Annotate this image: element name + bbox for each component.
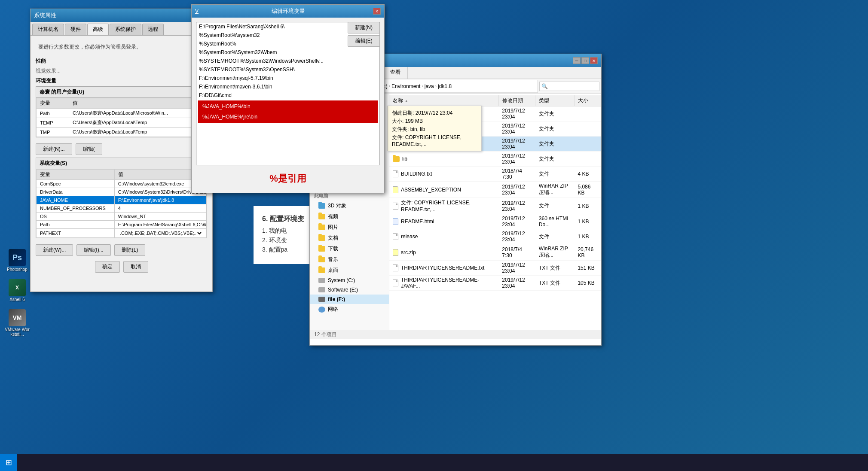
user-var-name: TEMP (37, 118, 69, 128)
pathext-select[interactable]: .COM;.EXE;.BAT;.CMD;.VBS;.VBE;.JS;.JSE;.… (118, 230, 203, 236)
sidebar-item-network[interactable]: 网络 (310, 304, 389, 315)
sys-props-tabs: 计算机名 硬件 高级 系统保护 远程 (31, 22, 212, 36)
path-item[interactable]: %SYSTEMROOT%\System32\WindowsPowerShellv… (196, 57, 379, 65)
file-name-cell: BUILDING.txt (389, 167, 498, 182)
table-row[interactable]: TEMP C:\Users\秦寰\AppData\Local\Temp (37, 118, 207, 128)
user-var-value: C:\Users\秦寰\AppData\Local\Microsoft\Win.… (69, 109, 207, 118)
sidebar-item-music[interactable]: 音乐 (310, 254, 389, 265)
file-size (574, 122, 601, 137)
col-size[interactable]: 大小 (574, 95, 601, 106)
table-row[interactable]: Path E:\Program Files\NetSarang\Xshell 6… (37, 221, 207, 229)
table-row[interactable]: Path C:\Users\秦寰\AppData\Local\Microsoft… (37, 109, 207, 118)
sidebar-item-video[interactable]: 视频 (310, 211, 389, 222)
start-button[interactable]: ⊞ (0, 454, 17, 471)
sidebar-item-downloads2[interactable]: 下载 (310, 243, 389, 254)
env-edit-close-btn[interactable]: × (373, 8, 381, 15)
sidebar-item-drive-c[interactable]: System (C:) (310, 276, 389, 285)
sidebar-item-drive-e[interactable]: Software (E:) (310, 285, 389, 295)
sidebar-item-3d[interactable]: 3D 对象 (310, 201, 389, 211)
tooltip-size-label: 大小: (392, 118, 403, 124)
table-row[interactable]: THIRDPARTYLICENSEREADME.txt 2019/7/12 23… (389, 261, 601, 276)
user-var-col2: 值 (69, 98, 207, 109)
sys-props-cancel-btn[interactable]: 取消 (123, 261, 148, 273)
tab-remote[interactable]: 远程 (142, 24, 164, 35)
generic-file-icon (393, 170, 398, 177)
table-row[interactable]: ComSpec C:\Windows\system32\cmd.exe (37, 180, 207, 188)
sys-del-btn[interactable]: 删除(L) (114, 244, 146, 256)
user-edit-btn[interactable]: 编辑( (76, 143, 102, 155)
desktop-icon-vmware[interactable]: VM VMware Workstati... (4, 309, 30, 337)
file-name-cell: THIRDPARTYLICENSEREADME.txt (389, 261, 498, 276)
col-name[interactable]: 名称 ▲ (389, 95, 498, 106)
table-row[interactable]: THIRDPARTYLICENSEREADME-JAVAF... 2019/7/… (389, 276, 601, 291)
table-row[interactable]: ASSEMBLY_EXCEPTION 2019/7/12 23:04 WinRA… (389, 182, 601, 198)
sys-edit-btn[interactable]: 编辑(I)... (76, 244, 110, 256)
env-percent-note: %是引用 (196, 169, 380, 188)
path-item[interactable]: F:\DD\Git\cmd (196, 91, 379, 100)
table-row[interactable]: NUMBER_OF_PROCESSORS 4 (37, 204, 207, 213)
env-edit-btn[interactable]: 编辑(E) (348, 35, 380, 47)
tab-advanced[interactable]: 高级 (87, 24, 109, 35)
desktop-icon-photoshop[interactable]: Ps Photoshop (4, 249, 30, 272)
col-date[interactable]: 修改日期 (498, 95, 535, 106)
explorer-close-btn[interactable]: ✕ (590, 57, 598, 64)
explorer-max-btn[interactable]: □ (581, 57, 589, 64)
status-text: 12 个项目 (314, 331, 337, 338)
table-row[interactable]: lib 2019/7/12 23:04 文件夹 (389, 152, 601, 167)
path-item-java-home-bin[interactable]: %JAVA_HOME%\bin (199, 101, 377, 112)
file-date: 2019/7/12 23:04 (498, 152, 535, 167)
path-item-java-home-jre[interactable]: %JAVA_HOME%\jre\bin (199, 112, 377, 122)
file-name: src.zip (401, 249, 416, 255)
sidebar-item-desktop2[interactable]: 桌面 (310, 265, 389, 276)
table-row[interactable]: TMP C:\Users\秦寰\AppData\Local\Temp (37, 128, 207, 137)
sys-props-body: 要进行大多数更改，你必须作为管理员登录。 性能 视觉效果... 环境变量 秦寰 … (31, 36, 212, 280)
tab-hardware[interactable]: 硬件 (65, 24, 86, 35)
crumb-jdk[interactable]: jdk1.8 (438, 83, 452, 89)
env-edit-menu-char[interactable]: V (195, 8, 199, 14)
table-row[interactable]: 文件: COPYRIGHT, LICENSE, README.txt,... 2… (389, 198, 601, 214)
table-row[interactable]: DriverData C:\Windows\System32\Drivers\D… (37, 188, 207, 196)
table-row[interactable]: BUILDING.txt 2018/7/4 7:30 文件 4 KB (389, 167, 601, 182)
path-item[interactable]: %SYSTEMROOT%\System32\OpenSSH\ (196, 65, 379, 74)
file-name-cell: README.html (389, 214, 498, 229)
path-item[interactable]: %SystemRoot%\System32\Wbem (196, 48, 379, 57)
sidebar-item-label: 网络 (328, 306, 338, 313)
desktop-icon-xshell[interactable]: X Xshell 6 (4, 279, 30, 302)
table-row[interactable]: README.html 2019/7/12 23:04 360 se HTML … (389, 214, 601, 229)
html-file-icon (393, 218, 398, 225)
explorer-tab-view[interactable]: 查看 (383, 67, 408, 79)
tab-sysprotect[interactable]: 系统保护 (110, 24, 141, 35)
file-type: WinRAR ZIP 压缩... (535, 182, 575, 198)
sidebar-item-docs2[interactable]: 文档 (310, 233, 389, 243)
file-type: 文件夹 (535, 152, 575, 167)
sys-var-name: DriverData (37, 188, 115, 196)
crumb-java[interactable]: java (425, 83, 434, 89)
explorer-min-btn[interactable]: ─ (573, 57, 581, 64)
path-item[interactable]: F:\Environment\mysql-5.7.19\bin (196, 74, 379, 82)
table-row[interactable]: release 2019/7/12 23:04 文件 1 KB (389, 229, 601, 244)
path-item[interactable]: F:\Environment\maven-3.6.1\bin (196, 82, 379, 91)
file-name: release (401, 234, 418, 240)
file-name-cell: lib (389, 152, 498, 167)
search-box[interactable]: 🔍 (539, 82, 599, 91)
file-date: 2019/7/12 23:04 (498, 229, 535, 244)
search-icon: 🔍 (541, 83, 548, 89)
sys-new-btn[interactable]: 新建(W)... (36, 244, 73, 256)
table-row[interactable]: JAVA_HOME F:\Environment\java\jdk1.8 (37, 196, 207, 204)
sidebar-item-pictures2[interactable]: 图片 (310, 222, 389, 233)
table-row[interactable]: PATHEXT .COM;.EXE;.BAT;.CMD;.VBS;.VBE;.J… (37, 229, 207, 238)
file-name-cell: 文件: COPYRIGHT, LICENSE, README.txt,... (389, 198, 498, 214)
env-edit-side-buttons: 新建(N) 编辑(E) (348, 22, 380, 47)
table-row[interactable]: OS Windows_NT (37, 213, 207, 221)
table-row[interactable]: src.zip 2018/7/4 7:30 WinRAR ZIP 压缩... 2… (389, 244, 601, 261)
col-type[interactable]: 类型 (535, 95, 575, 106)
sys-props-ok-btn[interactable]: 确定 (95, 261, 120, 273)
crumb-env[interactable]: Environment (391, 83, 420, 89)
env-new-btn[interactable]: 新建(N) (348, 22, 380, 33)
user-new-btn[interactable]: 新建(N)... (36, 143, 72, 155)
sidebar-item-drive-f[interactable]: file (F:) (310, 295, 389, 304)
generic-file-icon (393, 264, 398, 271)
tab-computername[interactable]: 计算机名 (32, 24, 64, 35)
user-var-value: C:\Users\秦寰\AppData\Local\Temp (69, 128, 207, 137)
tooltip-contents-label: 文件夹: (392, 126, 409, 132)
